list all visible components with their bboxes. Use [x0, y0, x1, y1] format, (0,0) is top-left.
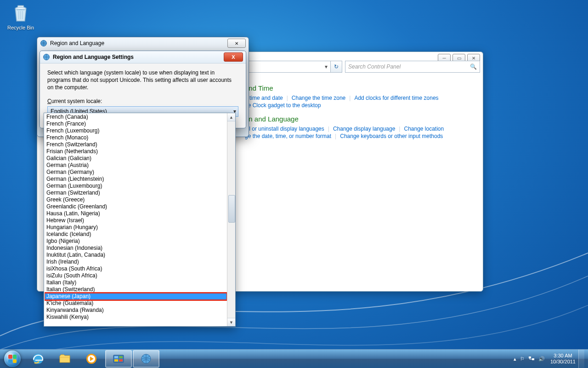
locale-dropdown-list: French (Canada)French (France)French (Lu…	[44, 113, 236, 327]
locale-option[interactable]: Inuktitut (Latin, Canada)	[45, 252, 227, 259]
taskbar-explorer-button[interactable]	[52, 351, 78, 367]
svg-rect-9	[114, 359, 118, 362]
locale-option[interactable]: Greenlandic (Greenland)	[45, 203, 227, 210]
locale-option[interactable]: German (Liechtenstein)	[45, 176, 227, 183]
control-panel-link[interactable]: Change location	[404, 126, 444, 132]
locale-option[interactable]: Greek (Greece)	[45, 196, 227, 203]
locale-option[interactable]: isiXhosa (South Africa)	[45, 265, 227, 272]
control-panel-icon	[112, 352, 125, 365]
locale-option[interactable]: Hebrew (Israel)	[45, 217, 227, 224]
globe-icon	[140, 352, 153, 365]
locale-option[interactable]: Italian (Switzerland)	[45, 286, 227, 293]
settings-dialog-title: Region and Language Settings	[53, 54, 134, 60]
start-button[interactable]	[0, 350, 25, 368]
locale-option[interactable]: Icelandic (Iceland)	[45, 231, 227, 238]
taskbar-clock[interactable]: 3:30 AM 10/30/2011	[550, 353, 576, 365]
svg-rect-8	[119, 356, 123, 358]
locale-option[interactable]: Galician (Galician)	[45, 155, 227, 162]
locale-option[interactable]: Hausa (Latin, Nigeria)	[45, 210, 227, 217]
locale-option[interactable]: isiZulu (South Africa)	[45, 272, 227, 279]
svg-rect-12	[529, 356, 531, 358]
ie-icon	[32, 352, 45, 365]
search-placeholder: Search Control Panel	[348, 63, 401, 70]
svg-point-0	[15, 7, 26, 10]
region-dialog-close-button[interactable]: ✕	[227, 39, 246, 48]
network-icon[interactable]	[528, 355, 535, 362]
locale-option[interactable]: Kiswahili (Kenya)	[45, 314, 227, 321]
taskbar-ie-button[interactable]	[25, 351, 51, 367]
locale-option[interactable]: Frisian (Netherlands)	[45, 148, 227, 155]
locale-option[interactable]: Kinyarwanda (Rwanda)	[45, 307, 227, 314]
control-panel-link[interactable]: Change keyboards or other input methods	[340, 133, 443, 139]
recycle-bin-icon	[10, 2, 32, 24]
locale-option[interactable]: Igbo (Nigeria)	[45, 238, 227, 245]
locale-option[interactable]: French (Monaco)	[45, 134, 227, 141]
scroll-down-button[interactable]: ▼	[227, 318, 235, 326]
locale-option[interactable]: French (France)	[45, 121, 227, 127]
settings-dialog-close-button[interactable]: X	[224, 52, 243, 62]
recycle-bin-desktop-icon[interactable]: Recycle Bin	[5, 2, 37, 30]
locale-option[interactable]: French (Luxembourg)	[45, 127, 227, 134]
clock-date: 10/30/2011	[550, 359, 576, 365]
locale-option[interactable]: French (Canada)	[45, 114, 227, 121]
settings-description: Select which language (system locale) to…	[47, 69, 238, 92]
current-locale-label: Current system locale:	[47, 98, 238, 104]
locale-option[interactable]: French (Switzerland)	[45, 141, 227, 148]
search-icon: 🔍	[470, 63, 477, 70]
globe-icon	[43, 53, 50, 61]
control-panel-link[interactable]: Change the time zone	[292, 95, 345, 101]
region-dialog-title: Region and Language	[50, 40, 104, 46]
globe-icon	[40, 40, 47, 47]
locale-option[interactable]: German (Austria)	[45, 162, 227, 169]
action-center-icon[interactable]: ⚐	[520, 356, 525, 362]
taskbar: ▴ ⚐ 🔊 3:30 AM 10/30/2011	[0, 349, 588, 368]
show-hidden-icons-button[interactable]: ▴	[514, 356, 516, 362]
control-panel-link[interactable]: he Clock gadget to the desktop	[245, 102, 321, 109]
svg-rect-10	[119, 359, 123, 362]
taskbar-region-button[interactable]	[133, 350, 159, 368]
date-time-heading: and Time	[245, 84, 477, 92]
locale-option[interactable]: Irish (Ireland)	[45, 259, 227, 265]
svg-rect-7	[114, 356, 118, 358]
volume-icon[interactable]: 🔊	[538, 356, 545, 362]
region-language-heading: on and Language	[245, 115, 477, 123]
scrollbar-thumb[interactable]	[228, 195, 235, 223]
control-panel-link[interactable]: e time and date	[245, 95, 283, 101]
media-player-icon	[85, 352, 98, 365]
refresh-button[interactable]: ↻	[331, 61, 342, 73]
control-panel-link[interactable]: Change display language	[333, 126, 395, 132]
taskbar-control-panel-button[interactable]	[105, 350, 132, 368]
locale-option[interactable]: Hungarian (Hungary)	[45, 224, 227, 231]
control-panel-link[interactable]: all or uninstall display languages	[245, 126, 324, 132]
locale-option[interactable]: Italian (Italy)	[45, 279, 227, 286]
search-input[interactable]: Search Control Panel 🔍	[345, 61, 480, 73]
locale-option[interactable]: Indonesian (Indonesia)	[45, 245, 227, 252]
recycle-bin-label: Recycle Bin	[5, 25, 37, 30]
locale-option[interactable]: German (Switzerland)	[45, 190, 227, 196]
locale-option[interactable]: Japanese (Japan)	[45, 293, 227, 300]
control-panel-link[interactable]: ge the date, time, or number format	[245, 133, 331, 139]
scroll-up-button[interactable]: ▲	[227, 113, 235, 121]
locale-option[interactable]: German (Germany)	[45, 169, 227, 176]
system-tray: ▴ ⚐ 🔊 3:30 AM 10/30/2011	[512, 350, 588, 368]
folder-icon	[58, 352, 71, 365]
dropdown-scrollbar[interactable]: ▲ ▼	[227, 113, 235, 326]
show-desktop-button[interactable]	[578, 350, 584, 368]
locale-option[interactable]: German (Luxembourg)	[45, 183, 227, 190]
locale-option[interactable]: K'iche (Guatemala)	[45, 300, 227, 307]
taskbar-wmp-button[interactable]	[79, 351, 104, 367]
clock-time: 3:30 AM	[550, 353, 576, 359]
control-panel-link[interactable]: Add clocks for different time zones	[354, 95, 438, 101]
